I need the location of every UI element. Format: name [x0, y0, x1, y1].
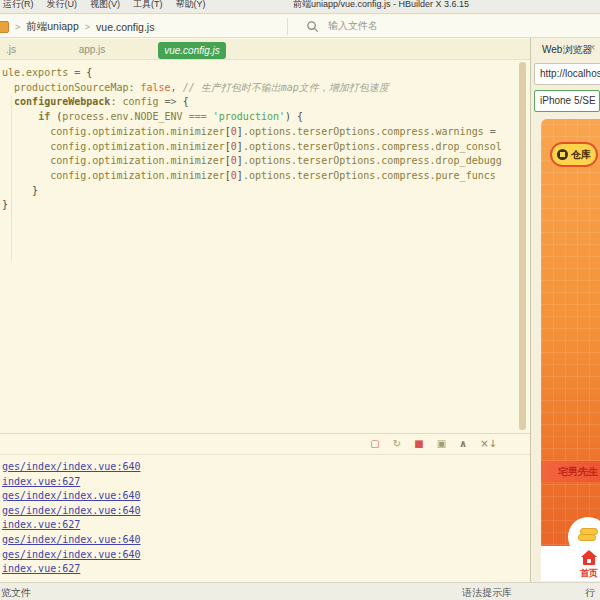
- search-icon: [306, 20, 319, 33]
- warehouse-button[interactable]: 仓库: [550, 142, 598, 167]
- menu-item-1[interactable]: 发行(U): [47, 0, 78, 11]
- app-tabbar: 首页: [541, 546, 600, 581]
- banner: 宅男先生: [541, 461, 600, 482]
- code-line: productionSourceMap: false, // 生产打包时不输出m…: [2, 81, 517, 96]
- breadcrumb-file[interactable]: vue.config.js: [96, 21, 154, 33]
- menu-item-2[interactable]: 视图(V): [90, 0, 120, 11]
- tab-2[interactable]: vue.config.js: [158, 42, 226, 59]
- console-link[interactable]: ges/index/index.vue:640: [2, 460, 140, 475]
- browser-preview[interactable]: 仓库 宅男先生 首页: [541, 119, 600, 581]
- breadcrumb-project[interactable]: 前端uniapp: [26, 20, 79, 34]
- divider: [287, 18, 288, 35]
- home-icon[interactable]: [581, 550, 597, 566]
- scroll-lock-icon[interactable]: ×↓: [480, 439, 497, 449]
- chevron-right-icon: >: [85, 22, 90, 32]
- project-icon: [0, 21, 9, 33]
- console-link[interactable]: ges/index/index.vue:640: [2, 489, 140, 504]
- console-link[interactable]: ges/index/index.vue:640: [2, 504, 140, 519]
- code-line: config.optimization.minimizer[0].options…: [2, 140, 517, 155]
- line-col-status[interactable]: 行: [585, 586, 595, 600]
- console-link[interactable]: index.vue:627: [2, 518, 140, 533]
- coin-icon: [578, 534, 596, 541]
- console-panel: ▢↻■▣∧×↓ ges/index/index.vue:640index.vue…: [0, 433, 530, 582]
- file-search[interactable]: 输入文件名: [306, 19, 378, 33]
- code-line: if (process.env.NODE_ENV === 'production…: [2, 110, 517, 125]
- web-browser-panel: Web浏览器 × http://localhost iPhone 5/SE 仓库…: [530, 38, 600, 582]
- stop-icon[interactable]: ■: [414, 439, 423, 449]
- code-line: config.optimization.minimizer[0].options…: [2, 154, 517, 169]
- url-input[interactable]: http://localhost: [534, 63, 600, 85]
- package-icon: [557, 149, 568, 160]
- console-link[interactable]: ges/index/index.vue:640: [2, 548, 140, 563]
- code-content: ule.exports = { productionSourceMap: fal…: [0, 61, 517, 213]
- menu-item-3[interactable]: 工具(T): [133, 0, 163, 11]
- code-line: }: [2, 198, 517, 213]
- chevron-right-icon: >: [15, 22, 20, 32]
- console-link[interactable]: ges/index/index.vue:640: [2, 533, 140, 548]
- code-line: config.optimization.minimizer[0].options…: [2, 125, 517, 140]
- console-link[interactable]: index.vue:627: [2, 562, 140, 577]
- code-line: config.optimization.minimizer[0].options…: [2, 169, 517, 184]
- file-search-placeholder: 输入文件名: [328, 19, 378, 33]
- code-line: configureWebpack: config => {: [2, 95, 517, 110]
- code-line: ule.exports = {: [2, 66, 517, 81]
- tab-1[interactable]: app.js: [62, 39, 122, 60]
- menu-item-0[interactable]: 运行(R): [3, 0, 34, 11]
- menu-bar: 运行(R)发行(U)视图(V)工具(T)帮助(Y): [3, 0, 206, 11]
- console-link[interactable]: index.vue:627: [2, 475, 140, 490]
- tab-0[interactable]: .js: [0, 39, 26, 60]
- warehouse-label: 仓库: [571, 148, 591, 162]
- status-bar: 览文件 语法提示库 行: [0, 582, 600, 600]
- device-select[interactable]: iPhone 5/SE: [534, 90, 600, 112]
- breadcrumb-row: > 前端uniapp > vue.config.js 输入文件名: [0, 15, 600, 38]
- open-external-icon[interactable]: ▣: [437, 439, 446, 449]
- code-line: }: [2, 184, 517, 199]
- breadcrumb: > 前端uniapp > vue.config.js: [0, 15, 154, 38]
- collapse-icon[interactable]: ∧: [459, 439, 467, 449]
- menu-item-4[interactable]: 帮助(Y): [176, 0, 206, 11]
- history-icon[interactable]: ↻: [393, 439, 401, 449]
- close-icon[interactable]: ×: [589, 41, 595, 53]
- window-title: 前端uniapp/vue.config.js - HBuilder X 3.6.…: [293, 0, 469, 11]
- hbuilderx-window: 运行(R)发行(U)视图(V)工具(T)帮助(Y) 前端uniapp/vue.c…: [0, 0, 600, 600]
- console-output: ges/index/index.vue:640index.vue:627ges/…: [2, 460, 140, 577]
- indent-guide: [11, 96, 12, 261]
- browser-panel-header: Web浏览器 ×: [531, 38, 600, 60]
- syntax-lib-status[interactable]: 语法提示库: [462, 586, 512, 600]
- code-editor[interactable]: ule.exports = { productionSourceMap: fal…: [0, 61, 517, 433]
- browser-panel-title: Web浏览器: [542, 43, 592, 57]
- title-bar: 运行(R)发行(U)视图(V)工具(T)帮助(Y) 前端uniapp/vue.c…: [0, 0, 600, 14]
- status-message: 览文件: [1, 586, 31, 600]
- clear-console-icon[interactable]: ▢: [370, 439, 379, 449]
- editor-scrollbar[interactable]: [519, 62, 526, 430]
- editor-tabbar: .jsapp.jsvue.config.js: [0, 39, 530, 60]
- console-toolbar: ▢↻■▣∧×↓: [0, 434, 530, 455]
- home-tab-label[interactable]: 首页: [577, 567, 600, 580]
